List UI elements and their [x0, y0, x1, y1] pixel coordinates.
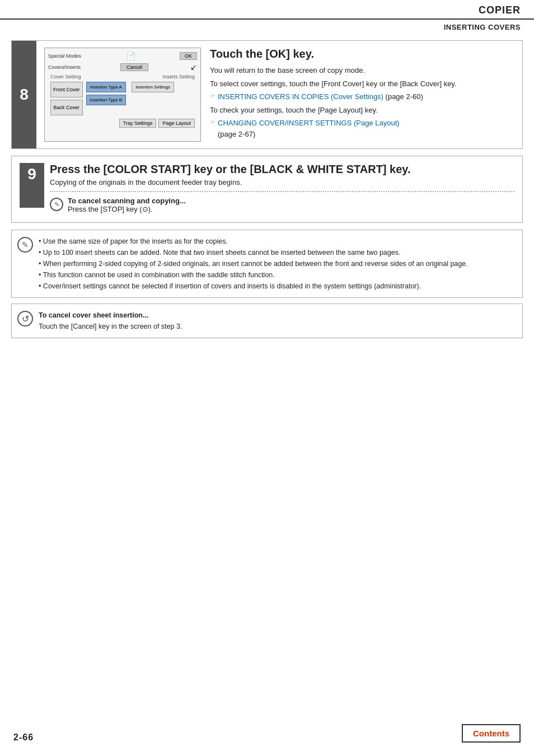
insertion-settings-col: Insertion Settings — [132, 82, 174, 115]
page-number: 2-66 — [13, 732, 34, 743]
cancel-cover-title: To cancel cover sheet insertion... — [39, 311, 148, 319]
step-9-body: Copying of the originals in the document… — [50, 178, 514, 186]
page-footer: 2-66 Contents — [0, 724, 534, 743]
ref1-suffix: (page 2-60) — [386, 92, 423, 101]
step-9-section: 9 Press the [COLOR START] key or the [BL… — [11, 156, 523, 223]
front-cover-button[interactable]: Front Cover — [50, 82, 83, 97]
cancel-cover-box: ↺ To cancel cover sheet insertion... Tou… — [11, 304, 523, 338]
screen-buttons-area: Front Cover Back Cover Insertion Type A … — [48, 82, 197, 115]
page-layout-button[interactable]: Page Layout — [158, 119, 195, 128]
insertion-type-a-button[interactable]: Insertion Type A — [86, 82, 127, 92]
inserts-setting-label: Inserts Setting — [162, 74, 195, 80]
cancel-cover-body: Touch the [Cancel] key in the screen of … — [39, 323, 182, 330]
cancel-note: ✎ To cancel scanning and copying... Pres… — [50, 197, 514, 218]
note-item-4: This function cannot be used in combinat… — [39, 269, 514, 281]
note-item-2: Up to 100 insert sheets can be added. No… — [39, 247, 514, 258]
header-title: COPIER — [479, 4, 521, 16]
notes-list: Use the same size of paper for the inser… — [39, 236, 514, 292]
note-item-1: Use the same size of paper for the inser… — [39, 236, 514, 247]
cancel-note-text: To cancel scanning and copying... Press … — [68, 197, 186, 213]
step8-body-line2: To select cover settings, touch the [Fro… — [210, 78, 514, 90]
note-item-5: Cover/insert settings cannot be selected… — [39, 281, 514, 292]
tray-settings-button[interactable]: Tray Settings — [119, 119, 157, 128]
ref1-icon: ☞ — [210, 91, 216, 101]
cancel-cover-text: To cancel cover sheet insertion... Touch… — [39, 310, 182, 332]
cover-setting-label: Cover Setting — [50, 74, 81, 80]
step-9-content: Press the [COLOR START] key or the [BLAC… — [50, 163, 514, 218]
cancel-cover-icon-col: ↺ — [17, 310, 33, 332]
page-header: COPIER — [0, 0, 534, 20]
step-9-title: Press the [COLOR START] key or the [BLAC… — [50, 163, 514, 176]
ref2-link[interactable]: CHANGING COVER/INSERT SETTINGS (Page Lay… — [218, 119, 400, 127]
screen-ok-button[interactable]: OK — [180, 52, 197, 60]
cover-buttons-col: Front Cover Back Cover — [50, 82, 83, 115]
ref2-icon: ☞ — [210, 118, 216, 127]
ref2-suffix: (page 2-67) — [218, 130, 255, 138]
step8-ref1: ☞ INSERTING COVERS IN COPIES (Cover Sett… — [210, 91, 514, 102]
step8-body-line3: To check your settings, touch the [Page … — [210, 105, 514, 116]
insertion-type-b-button[interactable]: Insertion Type B — [86, 95, 127, 105]
covers-inserts-label: Covers/Inserts — [48, 64, 81, 70]
note-pencil-icon: ✎ — [50, 198, 63, 211]
notes-content: Use the same size of paper for the inser… — [39, 236, 514, 292]
cancel-note-title: To cancel scanning and copying... — [68, 197, 186, 205]
dotted-divider — [50, 191, 514, 192]
back-cover-button[interactable]: Back Cover — [50, 100, 83, 115]
arrow-icon: ↺ — [17, 311, 33, 326]
screen-doc-icon: 📄 — [126, 52, 135, 60]
cursor-icon: ↙ — [190, 63, 197, 72]
step8-body-line1: You will return to the base screen of co… — [210, 65, 514, 76]
notes-pencil-icon: ✎ — [17, 237, 33, 253]
step-8-section: 8 Special Modes 📄 OK Covers/Inserts Canc… — [11, 40, 523, 149]
screen-bottom-row: Tray Settings Page Layout — [48, 119, 197, 128]
screen-top-bar: Special Modes 📄 OK — [48, 52, 197, 60]
inserting-covers-label: INSERTING COVERS — [0, 20, 534, 31]
insertion-settings-button[interactable]: Insertion Settings — [132, 82, 174, 92]
screen-covers-row: Covers/Inserts Cancel ↙ — [48, 63, 197, 72]
screen-cancel-button[interactable]: Cancel — [120, 63, 148, 71]
step-9-top: 9 Press the [COLOR START] key or the [BL… — [12, 156, 522, 222]
notes-box: ✎ Use the same size of paper for the ins… — [11, 230, 523, 298]
screen-mockup: Special Modes 📄 OK Covers/Inserts Cancel… — [44, 48, 201, 142]
step-9-number: 9 — [20, 163, 44, 208]
insertion-buttons-col: Insertion Type A Insertion Type B — [86, 82, 127, 115]
ref1-link[interactable]: INSERTING COVERS IN COPIES (Cover Settin… — [218, 92, 383, 101]
contents-button[interactable]: Contents — [462, 724, 521, 743]
step-8-number: 8 — [12, 41, 36, 148]
step8-ref2: ☞ CHANGING COVER/INSERT SETTINGS (Page L… — [210, 118, 514, 139]
notes-icon-col: ✎ — [17, 236, 33, 292]
screen-settings-row: Cover Setting Inserts Setting — [48, 74, 197, 80]
step-8-text: Touch the [OK] key. You will return to t… — [210, 48, 514, 142]
special-modes-label: Special Modes — [48, 53, 81, 59]
cancel-note-body: Press the [STOP] key (⊙). — [68, 205, 153, 213]
note-item-3: When performing 2-sided copying of 2-sid… — [39, 258, 514, 269]
main-content: 8 Special Modes 📄 OK Covers/Inserts Canc… — [0, 40, 534, 349]
step-8-title: Touch the [OK] key. — [210, 48, 514, 60]
step-8-content: Special Modes 📄 OK Covers/Inserts Cancel… — [36, 41, 522, 148]
step-8-body: You will return to the base screen of co… — [210, 65, 514, 139]
